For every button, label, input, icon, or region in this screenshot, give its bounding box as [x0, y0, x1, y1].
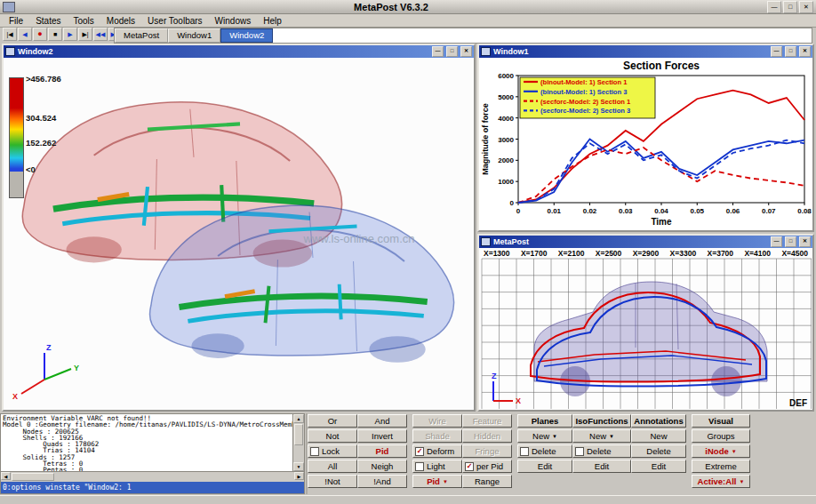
- checkbox[interactable]: [310, 447, 319, 456]
- shade-button[interactable]: Shade: [412, 429, 462, 443]
- deform-toggle[interactable]: ✓Deform: [412, 444, 462, 458]
- menu-item-4[interactable]: User Toolbars: [142, 16, 208, 26]
- scrollbar-thumb[interactable]: [294, 424, 303, 445]
- window2-titlebar[interactable]: Window2 — □ ✕: [4, 45, 474, 58]
- maximize-icon[interactable]: □: [446, 46, 458, 57]
- close-icon[interactable]: ✕: [799, 46, 811, 57]
- light-toggle[interactable]: Light: [412, 460, 462, 473]
- pid-button[interactable]: Pid: [357, 444, 407, 458]
- annotations-header-button[interactable]: Annotations: [631, 414, 686, 428]
- isofunctions-delete-toggle[interactable]: Delete: [572, 444, 631, 458]
- checkbox[interactable]: [520, 447, 529, 456]
- menu-item-0[interactable]: File: [4, 16, 28, 26]
- section-forces-chart[interactable]: 00.010.020.030.040.050.060.070.080100020…: [479, 58, 812, 230]
- record-icon[interactable]: ●: [33, 28, 47, 41]
- tab-window1[interactable]: Window1: [168, 28, 220, 43]
- all-button[interactable]: All: [308, 460, 357, 473]
- inode-dropdown[interactable]: iNode▼: [692, 444, 750, 458]
- menu-bar: FileStatesToolsModelsUser ToolbarsWindow…: [0, 14, 816, 28]
- feature-button[interactable]: Feature: [462, 414, 512, 428]
- isofunctions-header-button[interactable]: IsoFunctions: [572, 414, 631, 428]
- chevron-down-icon: ▼: [609, 434, 614, 439]
- not-not-button[interactable]: !Not: [308, 475, 357, 488]
- tab-metapost[interactable]: MetaPost: [115, 28, 168, 43]
- fringe-button[interactable]: Fringe: [462, 444, 512, 458]
- or-button[interactable]: Or: [308, 414, 357, 428]
- menu-item-2[interactable]: Tools: [68, 16, 99, 26]
- svg-text:Section Forces: Section Forces: [623, 60, 700, 72]
- annotations-delete-button[interactable]: Delete: [631, 444, 686, 458]
- minimize-icon[interactable]: —: [432, 46, 444, 57]
- x-position-labels: X=1300X=1700X=2100X=2500X=2900X=3300X=37…: [484, 249, 808, 258]
- scroll-right-icon[interactable]: ▶: [294, 472, 304, 480]
- planes-edit-button[interactable]: Edit: [517, 460, 572, 473]
- checkbox[interactable]: [575, 447, 584, 456]
- play-icon[interactable]: ▶: [63, 28, 77, 41]
- annotations-new-button[interactable]: New: [631, 429, 686, 443]
- last-state-icon[interactable]: ▶|: [78, 28, 92, 41]
- first-state-icon[interactable]: |◀: [3, 28, 17, 41]
- console-output[interactable]: Environment Variable VARC not found!!Mod…: [1, 414, 304, 471]
- x-position-label-0: X=1300: [484, 249, 510, 258]
- tab-window2[interactable]: Window2: [220, 28, 273, 43]
- 3d-viewport[interactable]: www.ls-online.com.cn Z Y X: [4, 58, 474, 410]
- hidden-button[interactable]: Hidden: [462, 429, 512, 443]
- range-button[interactable]: Range: [462, 475, 512, 488]
- svg-text:0.05: 0.05: [690, 207, 704, 215]
- menu-item-3[interactable]: Models: [101, 16, 140, 26]
- not-button[interactable]: Not: [308, 429, 357, 443]
- scroll-down-icon[interactable]: ▼: [293, 462, 304, 471]
- close-icon[interactable]: ✕: [460, 46, 472, 57]
- and-button[interactable]: And: [357, 414, 407, 428]
- vertical-scrollbar[interactable]: ▲ ▼: [292, 414, 304, 471]
- maximize-icon[interactable]: □: [783, 1, 797, 13]
- z-axis-label: Z: [492, 372, 497, 380]
- stop-icon[interactable]: ■: [48, 28, 62, 41]
- prev-state-icon[interactable]: ◀: [18, 28, 32, 41]
- close-icon[interactable]: ✕: [799, 236, 811, 247]
- x-position-label-4: X=2900: [633, 249, 660, 258]
- checkbox[interactable]: [415, 462, 424, 471]
- extreme-button[interactable]: Extreme: [692, 460, 750, 473]
- minimize-icon[interactable]: —: [767, 1, 781, 13]
- planes-delete-toggle[interactable]: Delete: [517, 444, 572, 458]
- isofunctions-new-button[interactable]: New▼: [572, 429, 631, 443]
- 2d-viewport[interactable]: Z X: [479, 248, 812, 410]
- planes-header-button[interactable]: Planes: [517, 414, 572, 428]
- isofunctions-edit-button[interactable]: Edit: [572, 460, 631, 473]
- menu-item-1[interactable]: States: [30, 16, 66, 26]
- minimize-icon[interactable]: —: [771, 236, 782, 247]
- scroll-up-icon[interactable]: ▲: [293, 414, 304, 423]
- invert-button[interactable]: Invert: [357, 429, 407, 443]
- menu-item-6[interactable]: Help: [258, 16, 287, 26]
- svg-text:0.06: 0.06: [726, 207, 740, 215]
- scrollbar-thumb[interactable]: [12, 473, 54, 481]
- wire-button[interactable]: Wire: [412, 414, 462, 428]
- annotations-edit-button[interactable]: Edit: [631, 460, 686, 473]
- planes-new-button[interactable]: New▼: [517, 429, 572, 443]
- groups-button[interactable]: Groups: [692, 429, 750, 443]
- checkbox-checked[interactable]: ✓: [415, 447, 424, 456]
- visual-header-button[interactable]: Visual: [692, 414, 750, 428]
- window-icon: [481, 47, 491, 56]
- per-pid-toggle[interactable]: ✓per Pid: [462, 460, 512, 473]
- close-icon[interactable]: ✕: [799, 1, 813, 13]
- pid-dropdown[interactable]: Pid▼: [412, 475, 462, 488]
- window1-titlebar[interactable]: Window1 — □ ✕: [479, 45, 812, 58]
- rewind-icon[interactable]: ◀◀: [93, 28, 108, 41]
- menu-item-5[interactable]: Windows: [210, 16, 257, 26]
- active-all-dropdown[interactable]: Active:All▼: [692, 475, 750, 488]
- not-and-button[interactable]: !And: [357, 475, 407, 488]
- scroll-left-icon[interactable]: ◀: [1, 472, 11, 480]
- checkbox-checked[interactable]: ✓: [465, 462, 474, 471]
- minimize-icon[interactable]: —: [771, 46, 782, 57]
- svg-text:(binout-Model: 1) Section 3: (binout-Model: 1) Section 3: [540, 88, 627, 96]
- maximize-icon[interactable]: □: [785, 236, 796, 247]
- lock-toggle[interactable]: Lock: [308, 444, 357, 458]
- horizontal-scrollbar[interactable]: ◀ ▶: [1, 471, 304, 482]
- metapost-titlebar[interactable]: MetaPost — □ ✕: [479, 236, 812, 248]
- svg-text:6000: 6000: [498, 72, 514, 80]
- command-line-input[interactable]: 0:options winstate "Window2: 1: [1, 482, 304, 493]
- neigh-button[interactable]: Neigh: [357, 460, 407, 473]
- maximize-icon[interactable]: □: [785, 46, 796, 57]
